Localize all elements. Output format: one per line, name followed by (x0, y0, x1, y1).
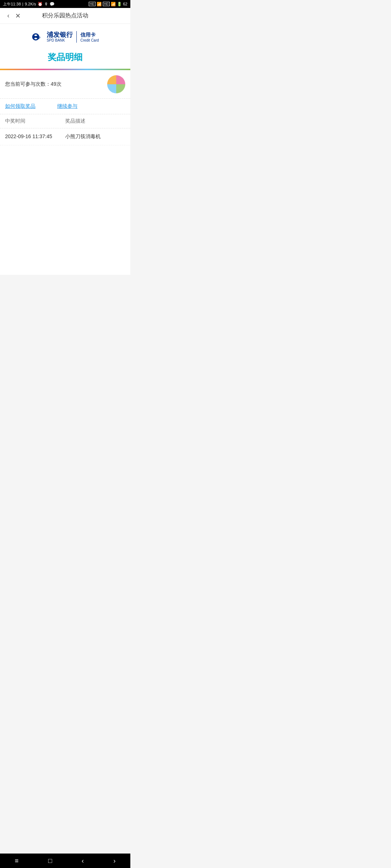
table-row: 2022-09-16 11:37:45 小熊刀筷消毒机 (0, 128, 130, 145)
status-bar: 上午11:38 | 9.2K/s ⏰ 🎙 💬 HD 📶 HD 📶 🔋 62 (0, 0, 130, 8)
page-title: 奖品明细 (0, 51, 130, 63)
status-speed: 9.2K/s (25, 2, 36, 6)
status-time: 上午11:38 (3, 1, 21, 7)
col-header-desc: 奖品描述 (65, 118, 125, 124)
links-row: 如何领取奖品 继续参与 (0, 99, 130, 114)
logo-spd: p 浦发银行 SPD BANK (31, 30, 73, 43)
how-to-claim-link[interactable]: 如何领取奖品 (5, 103, 35, 110)
status-right: HD 📶 HD 📶 🔋 62 (89, 2, 127, 7)
logo-text-block: 浦发银行 SPD BANK (47, 31, 73, 43)
alarm-icon: ⏰ (38, 2, 43, 7)
svg-text:p: p (38, 35, 41, 39)
col-header-time: 中奖时间 (5, 118, 65, 124)
page-title-area: 奖品明细 (0, 47, 130, 69)
logo-credit-block: 信用卡 Credit Card (80, 32, 99, 42)
status-left: 上午11:38 | 9.2K/s ⏰ 🎙 💬 (3, 1, 55, 7)
main-content: p 浦发银行 SPD BANK 信用卡 Credit Card 奖品明细 您当前… (0, 24, 130, 275)
hd-badge: HD (89, 2, 96, 6)
table-body: 2022-09-16 11:37:45 小熊刀筷消毒机 (0, 128, 130, 145)
credit-en: Credit Card (80, 38, 99, 42)
status-network: | (22, 2, 24, 6)
participation-label: 您当前可参与次数： (5, 81, 51, 87)
battery-icon: 🔋 (117, 2, 122, 7)
table-header: 中奖时间 奖品描述 (0, 114, 130, 128)
hd-badge2: HD (103, 2, 110, 6)
logo-divider (76, 31, 77, 43)
close-button[interactable]: ✕ (13, 12, 23, 20)
nav-title: 积分乐园热点活动 (42, 12, 88, 20)
participation-count: 您当前可参与次数：49次 (5, 81, 62, 88)
signal-icon2: 📶 (111, 2, 116, 7)
bank-name-en: SPD BANK (47, 38, 73, 42)
logo-area: p 浦发银行 SPD BANK 信用卡 Credit Card (0, 24, 130, 47)
signal-icon: 📶 (97, 2, 102, 7)
bank-name-cn: 浦发银行 (47, 31, 73, 39)
info-section: 您当前可参与次数：49次 (0, 70, 130, 99)
spd-logo-icon: p (31, 30, 45, 43)
battery-level: 62 (123, 2, 127, 6)
nav-bar: ‹ ✕ 积分乐园热点活动 (0, 8, 130, 24)
participation-number: 49次 (51, 81, 62, 87)
back-button[interactable]: ‹ (5, 12, 12, 20)
row-desc-0: 小熊刀筷消毒机 (65, 133, 125, 140)
voice-icon: 🎙 (44, 2, 48, 6)
credit-cn: 信用卡 (80, 32, 99, 38)
wechat-icon: 💬 (50, 2, 55, 7)
row-time-0: 2022-09-16 11:37:45 (5, 133, 65, 140)
deco-circle (107, 75, 125, 93)
continue-participate-link[interactable]: 继续参与 (57, 103, 77, 110)
